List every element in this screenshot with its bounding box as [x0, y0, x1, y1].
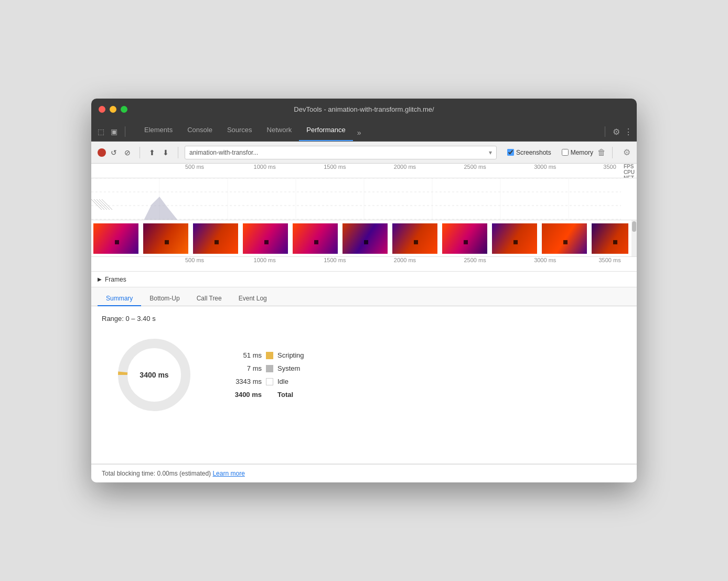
total-value: 3400 ms [228, 391, 262, 399]
cpu-label: CPU [624, 169, 635, 175]
more-tabs-button[interactable]: » [353, 128, 366, 141]
bottom-ruler-2500: 2500 ms [464, 257, 486, 263]
timeline-ruler-bottom: 500 ms 1000 ms 1500 ms 2000 ms 2500 ms 3… [91, 257, 637, 272]
frames-label: Frames [105, 276, 126, 283]
memory-checkbox[interactable] [562, 149, 569, 156]
panel-tabs: Summary Bottom-Up Call Tree Event Log [91, 287, 637, 306]
tab-sources[interactable]: Sources [220, 119, 260, 141]
device-icon[interactable]: ▣ [109, 126, 120, 137]
more-options-icon[interactable]: ⋮ [624, 127, 633, 137]
traffic-lights [99, 106, 127, 113]
scripting-value: 51 ms [228, 351, 262, 359]
bottom-bar: Total blocking time: 0.00ms (estimated) … [91, 464, 637, 482]
upload-button[interactable]: ⬆ [146, 147, 158, 158]
stop-button[interactable]: ⊘ [122, 147, 133, 158]
bottom-ruler-500: 500 ms [185, 257, 204, 263]
system-value: 7 ms [228, 364, 262, 372]
maximize-button[interactable] [121, 106, 127, 113]
summary-panel: Range: 0 – 3.40 s 3400 ms 51 ms [91, 306, 637, 464]
memory-label: Memory [571, 149, 593, 156]
scripting-swatch [266, 352, 273, 359]
minimize-button[interactable] [110, 106, 116, 113]
ruler-container: 500 ms 1000 ms 1500 ms 2000 ms 2500 ms 3… [98, 164, 637, 178]
tab-divider [125, 126, 125, 137]
tab-divider-2 [605, 126, 605, 137]
toolbar-divider-3 [612, 147, 613, 158]
title-bar: DevTools - animation-with-transform.glit… [91, 99, 637, 120]
download-button[interactable]: ⬇ [160, 147, 172, 158]
ruler-label-2500: 2500 ms [464, 164, 486, 170]
legend-row-total: 3400 ms Total [228, 391, 304, 399]
legend-row-scripting: 51 ms Scripting [228, 351, 304, 359]
url-text: animation-with-transfor... [189, 149, 258, 156]
legend-row-system: 7 ms System [228, 364, 304, 372]
cpu-fps-area[interactable] [91, 178, 637, 220]
tab-bar-tools: ⬚ ▣ [95, 126, 129, 141]
bottom-ruler-container: 500 ms 1000 ms 1500 ms 2000 ms 2500 ms 3… [98, 257, 637, 271]
tab-call-tree[interactable]: Call Tree [188, 292, 230, 306]
bottom-ruler-3000: 3000 ms [534, 257, 556, 263]
idle-value: 3343 ms [228, 378, 262, 385]
scrollbar-thumb[interactable] [632, 221, 636, 232]
ruler-label-3000: 3000 ms [534, 164, 556, 170]
tab-event-log[interactable]: Event Log [230, 292, 275, 306]
fps-label: FPS [624, 164, 635, 169]
memory-check-label[interactable]: Memory [562, 149, 593, 156]
legend-row-idle: 3343 ms Idle [228, 378, 304, 385]
ruler-label-1000: 1000 ms [254, 164, 276, 170]
reload-button[interactable]: ↺ [108, 147, 120, 158]
scrollbar-track[interactable] [631, 220, 637, 256]
tab-network[interactable]: Network [260, 119, 299, 141]
screenshots-checkbox[interactable] [507, 149, 514, 156]
url-selector[interactable]: animation-with-transfor... ▾ [185, 146, 497, 159]
devtools-window: DevTools - animation-with-transform.glit… [91, 99, 637, 482]
bottom-ruler-1000: 1000 ms [254, 257, 276, 263]
ruler-label-500: 500 ms [185, 164, 204, 170]
learn-more-link[interactable]: Learn more [212, 470, 244, 477]
close-button[interactable] [99, 106, 105, 113]
donut-chart: 3400 ms [112, 333, 196, 417]
tab-summary[interactable]: Summary [98, 292, 141, 306]
tab-bottom-up[interactable]: Bottom-Up [141, 292, 188, 306]
legend: 51 ms Scripting 7 ms System 3343 ms Idle [228, 351, 304, 399]
screenshots-label: Screenshots [516, 149, 551, 156]
idle-label: Idle [277, 378, 288, 385]
frames-section[interactable]: ▶ Frames [91, 272, 637, 287]
ruler-label-1500: 1500 ms [324, 164, 346, 170]
screenshots-strip [91, 220, 637, 257]
blocking-time-text: Total blocking time: 0.00ms (estimated) [102, 470, 211, 477]
performance-toolbar: ↺ ⊘ ⬆ ⬇ animation-with-transfor... ▾ Scr… [91, 142, 637, 164]
record-button[interactable] [98, 148, 106, 157]
toolbar-divider-2 [178, 147, 178, 158]
idle-swatch [266, 378, 273, 385]
total-label: Total [277, 391, 293, 399]
chevron-down-icon: ▾ [489, 149, 492, 156]
toolbar-divider-1 [140, 147, 140, 158]
frames-collapse-arrow: ▶ [98, 276, 102, 282]
bottom-ruler-3500: 3500 ms [598, 257, 620, 263]
bottom-ruler-2000: 2000 ms [394, 257, 416, 263]
tab-bar: ⬚ ▣ Elements Console Sources Network Per… [91, 120, 637, 142]
cursor-icon[interactable]: ⬚ [95, 126, 106, 137]
ruler-label-3500: 3500 [603, 164, 616, 170]
system-swatch [266, 365, 273, 372]
timeline-ruler-top: 500 ms 1000 ms 1500 ms 2000 ms 2500 ms 3… [91, 164, 637, 178]
donut-center-label: 3400 ms [140, 371, 168, 379]
range-text: Range: 0 – 3.40 s [102, 315, 626, 322]
system-label: System [277, 364, 300, 372]
scripting-label: Scripting [277, 351, 304, 359]
window-title: DevTools - animation-with-transform.glit… [294, 105, 434, 113]
screenshots-check-label[interactable]: Screenshots [507, 149, 551, 156]
bottom-ruler-1500: 1500 ms [324, 257, 346, 263]
tab-console[interactable]: Console [180, 119, 220, 141]
side-labels: FPS CPU NET [624, 164, 635, 178]
tab-elements[interactable]: Elements [137, 119, 180, 141]
settings-icon[interactable]: ⚙ [613, 127, 620, 137]
clear-button[interactable]: 🗑 [597, 148, 606, 157]
ruler-label-2000: 2000 ms [394, 164, 416, 170]
tab-bar-right-icons: ⚙ ⋮ [602, 126, 633, 141]
tab-performance[interactable]: Performance [299, 119, 352, 141]
performance-settings-icon[interactable]: ⚙ [623, 147, 630, 157]
summary-content: 3400 ms 51 ms Scripting 7 ms System [102, 333, 626, 417]
